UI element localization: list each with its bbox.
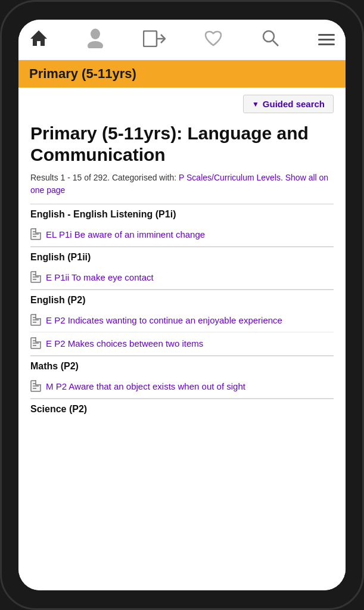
results-prefix: Results 1 - 15 of 292. Categorised with: (30, 173, 179, 182)
heart-icon[interactable] (204, 30, 222, 49)
guided-search-button[interactable]: ▼ Guided search (243, 95, 334, 113)
category-heading: English - English Listening (P1i) (30, 204, 334, 223)
document-icon (30, 337, 41, 351)
document-icon (30, 314, 41, 328)
nav-bar (18, 20, 346, 60)
result-item: E P1ii To make eye contact (30, 266, 334, 290)
category-heading: English (P2) (30, 290, 334, 309)
svg-rect-16 (36, 271, 41, 276)
result-item: E P2 Indicates wanting to continue an en… (30, 309, 334, 332)
result-link[interactable]: E P1ii To make eye contact (46, 271, 154, 284)
category-heading: Science (P2) (30, 399, 334, 418)
dropdown-arrow-icon: ▼ (252, 100, 259, 108)
results-info: Results 1 - 15 of 292. Categorised with:… (30, 172, 334, 197)
categories-container: English - English Listening (P1i) EL P1i… (30, 204, 334, 418)
phone-screen: Primary (5-11yrs) ▼ Guided search Primar… (18, 20, 346, 590)
guided-search-label: Guided search (263, 99, 325, 109)
category-heading: Maths (P2) (30, 356, 334, 375)
results-sep: . (281, 173, 285, 182)
p-scales-link[interactable]: P Scales/Curriculum Levels (179, 173, 281, 182)
home-icon[interactable] (29, 29, 48, 50)
result-item: EL P1i Be aware of an imminent change (30, 223, 334, 247)
page-title: Primary (5-11yrs): Language and Communic… (30, 123, 334, 166)
svg-point-1 (91, 29, 100, 39)
svg-point-5 (263, 31, 274, 42)
svg-rect-21 (36, 314, 41, 319)
result-link[interactable]: E P2 Makes choices between two items (46, 337, 203, 350)
logout-icon[interactable] (143, 30, 166, 49)
svg-point-2 (88, 41, 103, 48)
guided-search-row: ▼ Guided search (30, 88, 334, 119)
result-link[interactable]: EL P1i Be aware of an imminent change (46, 228, 205, 241)
search-icon[interactable] (262, 29, 279, 50)
svg-rect-31 (36, 380, 41, 385)
result-item: M P2 Aware that an object exists when ou… (30, 375, 334, 399)
content-area: ▼ Guided search Primary (5-11yrs): Langu… (18, 88, 346, 590)
svg-marker-0 (30, 30, 47, 46)
svg-rect-3 (144, 31, 157, 46)
svg-line-6 (273, 41, 278, 46)
result-link[interactable]: M P2 Aware that an object exists when ou… (46, 380, 245, 393)
svg-rect-26 (36, 337, 41, 342)
section-header-title: Primary (5-11yrs) (29, 66, 136, 81)
user-icon[interactable] (87, 28, 104, 51)
category-heading: English (P1ii) (30, 247, 334, 266)
document-icon (30, 271, 41, 285)
svg-rect-11 (36, 228, 41, 233)
menu-icon[interactable] (318, 34, 335, 45)
result-item: E P2 Makes choices between two items (30, 332, 334, 356)
document-icon (30, 380, 41, 394)
result-link[interactable]: E P2 Indicates wanting to continue an en… (46, 314, 282, 326)
document-icon (30, 228, 41, 242)
section-header: Primary (5-11yrs) (18, 60, 346, 88)
phone-frame: Primary (5-11yrs) ▼ Guided search Primar… (0, 0, 364, 610)
